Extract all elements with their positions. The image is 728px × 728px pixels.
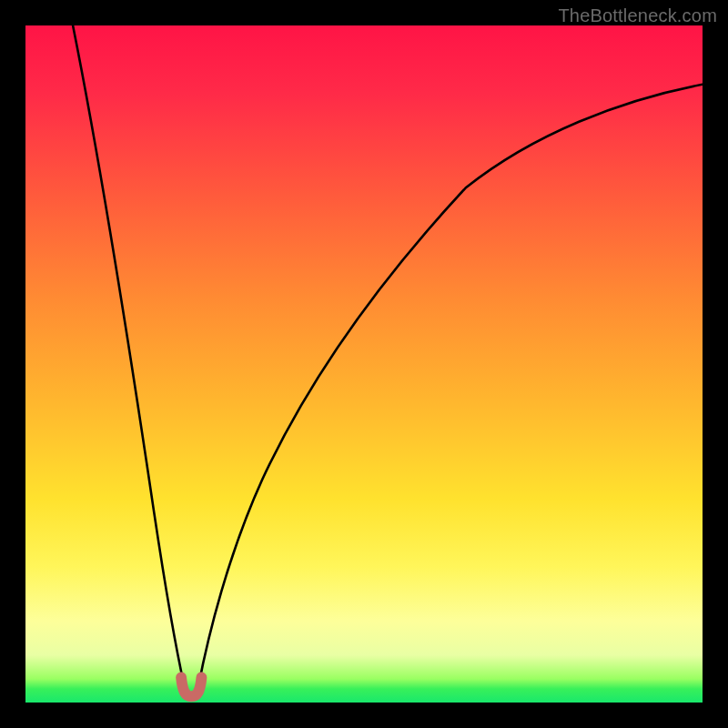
curves-svg — [25, 25, 703, 703]
curve-left-branch — [73, 25, 185, 688]
curve-right-branch — [198, 85, 703, 688]
watermark-text: TheBottleneck.com — [558, 5, 717, 26]
plot-area — [25, 25, 703, 703]
chart-frame: TheBottleneck.com — [0, 0, 728, 728]
valley-marker — [181, 677, 201, 696]
